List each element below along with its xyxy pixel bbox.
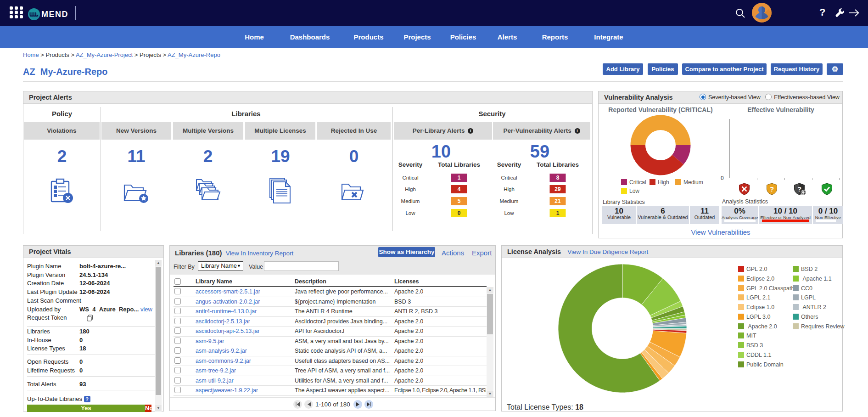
svg-text:?: ? bbox=[770, 185, 774, 193]
